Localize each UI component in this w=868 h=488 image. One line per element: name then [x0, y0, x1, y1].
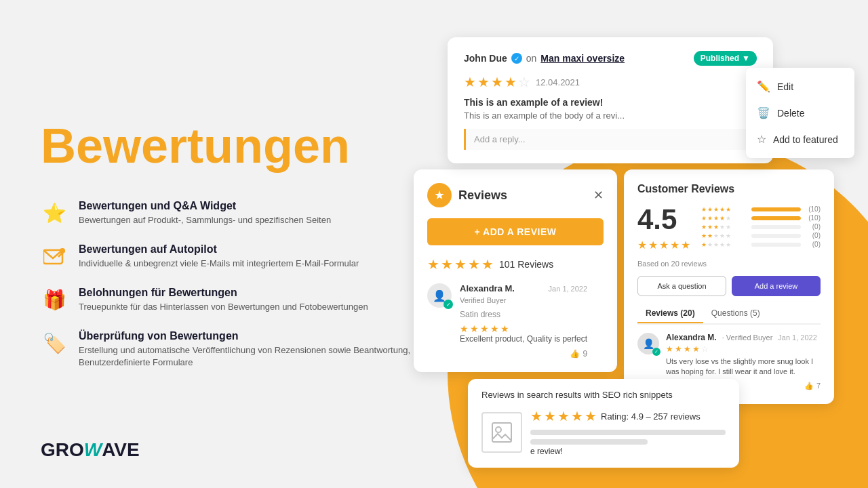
dropdown-featured-label: Add to featured [773, 134, 838, 145]
add-review-cr-button[interactable]: Add a review [732, 276, 821, 296]
seo-review-preview: e review! [530, 447, 563, 456]
add-review-button[interactable]: + ADD A REVIEW [427, 218, 604, 245]
feature-item-rewards: 🎁 Belohnungen für Bewertungen Treuepunkt… [41, 287, 414, 314]
cr-bars: ★★★★★ (10) ★★★★★ (10) ★★★★★ [701, 205, 821, 249]
review-body: This is an example of the body of a revi… [464, 110, 757, 121]
widget-like-count: 9 [583, 349, 587, 359]
dropdown-arrow-icon: ▼ [742, 54, 750, 63]
right-panel: John Due ✓ on Man maxi oversize Publishe… [393, 0, 868, 488]
edit-icon: ✏️ [757, 80, 770, 93]
cr-thumbs-up-icon: 👍 [804, 382, 814, 390]
customer-reviews-panel: Customer Reviews 4.5 ★ ★ ★ ★ ★ ★★★★★ [624, 169, 834, 404]
widget-reviewer-avatar: 👤 ✓ [427, 283, 452, 308]
widget-title: Reviews [458, 188, 507, 203]
feature-text-rewards: Belohnungen für Bewertungen Treuepunkte … [79, 287, 368, 313]
dropdown-delete[interactable]: 🗑️ Delete [746, 100, 854, 126]
dropdown-menu: ✏️ Edit 🗑️ Delete ☆ Add to featured [746, 68, 854, 158]
tab-questions[interactable]: Questions (5) [703, 304, 768, 323]
seo-title: Reviews in search results with SEO rich … [481, 390, 726, 400]
widget-panel: ★ Reviews ✕ + ADD A REVIEW ★ ★ ★ ★ ★ 101… [414, 169, 617, 372]
dropdown-edit[interactable]: ✏️ Edit [746, 73, 854, 100]
review-card-header: John Due ✓ on Man maxi oversize Publishe… [464, 51, 757, 66]
widget-reviewer-name: Alexandra M. [460, 283, 515, 293]
cr-tabs: Reviews (20) Questions (5) [637, 304, 821, 325]
feature-item-autopilot: Bewertungen auf Autopilot Individuelle &… [41, 243, 414, 270]
reviewer-name: John Due [464, 53, 507, 64]
svg-rect-3 [492, 423, 511, 442]
cr-buttons: Ask a question Add a review [637, 276, 821, 296]
cr-bar-5: ★★★★★ (10) [701, 205, 821, 213]
logo: GROWAVE [41, 439, 140, 461]
stars-row: ★ ★ ★ ★ ☆ 12.04.2021 [464, 74, 757, 90]
widget-reviewer-date: Jan 1, 2022 [549, 285, 588, 293]
reviews-summary: ★ ★ ★ ★ ★ 101 Reviews [427, 256, 604, 272]
feature-item-widget: ⭐ Bewertungen und Q&A Widget Bewertungen… [41, 200, 414, 227]
page-title: Bewertungen [41, 119, 414, 173]
star-4: ★ [505, 74, 517, 90]
feature-desc-widget: Bewertungen auf Produkt-, Sammlungs- und… [79, 214, 331, 226]
feature-text-verification: Überprüfung von Bewertungen Erstellung u… [79, 330, 414, 369]
cr-average-rating: 4.5 [637, 203, 690, 236]
widget-product-name: Satin dress [460, 310, 587, 319]
dropdown-featured[interactable]: ☆ Add to featured [746, 126, 854, 152]
feature-list: ⭐ Bewertungen und Q&A Widget Bewertungen… [41, 200, 414, 369]
product-link[interactable]: Man maxi oversize [540, 53, 625, 64]
review-count: 101 Reviews [499, 259, 553, 270]
feature-desc-rewards: Treuepunkte für das Hinterlassen von Bew… [79, 301, 368, 313]
published-label: Published [701, 54, 739, 63]
trash-icon: 🗑️ [757, 106, 770, 119]
cr-reviewer-date: Jan 1, 2022 [778, 333, 817, 342]
seo-stars-row: ★ ★ ★ ★ ★ Rating: 4.9 – 257 reviews [530, 408, 726, 424]
on-text: on [526, 53, 537, 64]
feature-title-autopilot: Bewertungen auf Autopilot [79, 243, 359, 256]
widget-header: ★ Reviews ✕ [427, 183, 604, 207]
verification-icon: 🏷️ [41, 330, 68, 357]
cr-bar-2: ★★★★★ (0) [701, 232, 821, 239]
feature-item-verification: 🏷️ Überprüfung von Bewertungen Erstellun… [41, 330, 414, 369]
feature-title-rewards: Belohnungen für Bewertungen [79, 287, 368, 299]
widget-like-row: 👍 9 [460, 349, 587, 359]
dropdown-delete-label: Delete [777, 108, 804, 119]
thumbs-up-icon: 👍 [570, 349, 580, 359]
seo-image-placeholder [481, 412, 522, 453]
cr-rating-row: 4.5 ★ ★ ★ ★ ★ ★★★★★ (10) [637, 203, 821, 251]
seo-content: ★ ★ ★ ★ ★ Rating: 4.9 – 257 reviews e re… [481, 408, 726, 457]
cr-review-text: Uts very lose vs the slightly more snug … [666, 357, 821, 378]
ask-question-button[interactable]: Ask a question [637, 276, 726, 296]
review-date: 12.04.2021 [536, 77, 580, 87]
published-badge[interactable]: Published ▼ [694, 51, 757, 66]
feature-text-widget: Bewertungen und Q&A Widget Bewertungen a… [79, 200, 331, 226]
rewards-icon: 🎁 [41, 287, 68, 314]
review-title: This is an example of a review! [464, 97, 757, 108]
reviewer-info: John Due ✓ on Man maxi oversize [464, 53, 625, 64]
tab-reviews[interactable]: Reviews (20) [637, 304, 703, 323]
feature-title-widget: Bewertungen und Q&A Widget [79, 200, 331, 212]
svg-point-4 [496, 427, 501, 432]
widget-icon: ⭐ [41, 200, 68, 227]
feature-text-autopilot: Bewertungen auf Autopilot Individuelle &… [79, 243, 359, 270]
cr-like-count: 7 [816, 382, 821, 390]
customer-reviews-title: Customer Reviews [637, 183, 821, 195]
logo-w: W [84, 439, 102, 460]
star-1: ★ [464, 74, 476, 90]
widget-star-icon: ★ [427, 183, 452, 207]
review-card: John Due ✓ on Man maxi oversize Publishe… [448, 37, 773, 163]
cr-check-icon: ✓ [652, 348, 660, 356]
close-button[interactable]: ✕ [593, 188, 604, 203]
seo-bar-2 [530, 439, 648, 445]
logo-gro: GRO [41, 439, 84, 460]
cr-verified-buyer: · Verified Buyer [722, 333, 773, 342]
star-3: ★ [491, 74, 503, 90]
left-panel: Bewertungen ⭐ Bewertungen und Q&A Widget… [41, 0, 414, 488]
logo-ave: AVE [102, 439, 140, 460]
cr-bar-3: ★★★★★ (0) [701, 223, 821, 230]
feature-title-verification: Überprüfung von Bewertungen [79, 330, 414, 342]
seo-right: ★ ★ ★ ★ ★ Rating: 4.9 – 257 reviews e re… [530, 408, 726, 457]
star-icon: ☆ [757, 133, 766, 146]
seo-bar-1 [530, 430, 726, 435]
autopilot-icon [41, 243, 68, 270]
reply-input[interactable]: Add a reply... [464, 129, 757, 150]
widget-review-stars: ★ ★ ★ ★ ★ [460, 323, 587, 334]
widget-reviewer-details: Alexandra M. Jan 1, 2022 Verified Buyer … [460, 283, 587, 359]
widget-reviewer-item: 👤 ✓ Alexandra M. Jan 1, 2022 Verified Bu… [427, 283, 604, 359]
